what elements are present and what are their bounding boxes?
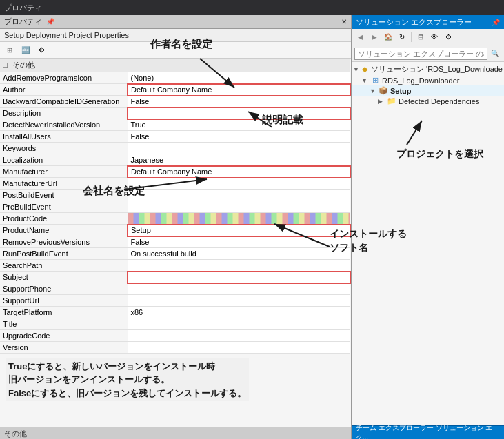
prop-name: Version [3,343,28,351]
refresh-btn[interactable]: ↻ [396,31,408,43]
search-btn[interactable]: 🔍 [489,48,501,60]
tree-item-project[interactable]: ▼ ⊞ RDS_Log_Downloader [352,75,504,85]
prop-row-title[interactable]: Title [0,318,350,330]
solution-explorer-panel: ソリューション エクスプローラー 📌 ◀ ▶ 🏠 ↻ ⊟ 👁 ⚙ [352,15,504,439]
prop-row-prebuildevent[interactable]: PreBuildEvent [0,201,350,213]
properties-title-label: プロパティ [4,17,42,27]
prop-name: SearchPath [3,261,42,269]
prop-row-runpostbuild[interactable]: RunPostBuildEvent On successful build [0,248,350,260]
prop-name: RemovePreviousVersions [3,238,90,246]
project-icon: ⊞ [370,76,381,85]
solution-label: ソリューション 'RDS_Log_Downloade [371,64,503,74]
prop-name: ProductName [3,226,49,234]
tree-item-solution[interactable]: ▼ ◆ ソリューション 'RDS_Log_Downloade [352,63,504,75]
solution-search-input[interactable] [354,48,487,60]
prop-name: BackwardCompatibleIDGeneration [3,97,119,105]
category-view-btn[interactable]: ⊞ [3,44,17,57]
detected-deps-label: Detected Dependencies [399,97,479,105]
prop-row-postbuildevent[interactable]: PostBuildEvent [0,190,350,201]
prop-row-author[interactable]: Author Default Company Name [0,84,350,96]
prop-value: False [131,97,150,105]
expand-icon: ▶ [378,98,386,105]
prop-name: InstallAllUsers [3,132,51,141]
prop-name: Manufacturer [3,167,48,176]
pin-icon-right[interactable]: 📌 [492,19,500,26]
expand-icon: ▼ [370,88,378,94]
show-all-btn[interactable]: 👁 [428,31,441,43]
tree-item-detected-deps[interactable]: ▶ 📁 Detected Dependencies [352,96,504,106]
prop-name: PostBuildEvent [3,191,54,199]
prop-name: Keywords [3,144,36,152]
expand-icon: □ [3,61,8,69]
prop-name: RunPostBuildEvent [3,249,68,258]
properties-toolbar: ⊞ 🔤 ⚙ [0,42,351,59]
settings-btn[interactable]: ⚙ [34,44,48,57]
close-btn[interactable]: ✕ [341,18,347,25]
expand-icon: ▼ [361,77,370,84]
prop-row-supporturl[interactable]: SupportUrl [0,295,350,307]
prop-name: ManufacturerUrl [3,179,57,187]
solution-explorer-toolbar: ◀ ▶ 🏠 ↻ ⊟ 👁 ⚙ [352,29,504,45]
prop-value-author: Default Company Name [131,85,212,94]
prop-value-productname: Setup [131,226,151,234]
prop-row-searchpath[interactable]: SearchPath [0,260,350,272]
prop-row-installallusers[interactable]: InstallAllUsers False [0,131,350,143]
prop-name: Author [3,85,25,94]
bottom-tabs-label: チーム エクスプローラー ソリューション エク... [356,423,500,440]
nav-forward-btn[interactable]: ▶ [368,31,381,43]
prop-value: (None) [131,74,154,82]
prop-row-keywords[interactable]: Keywords [0,143,350,154]
top-bar: プロパティ [0,0,504,15]
properties-title-bar: プロパティ 📌 ✕ [0,15,351,29]
prop-name: DetectNewerInstalledVersion [3,121,100,129]
prop-name: SupportUrl [3,296,39,305]
prop-row-targetplatform[interactable]: TargetPlatform x86 [0,307,350,318]
tree-item-setup[interactable]: ▼ 📦 Setup [352,85,504,96]
prop-name: Title [3,320,17,328]
prop-value: x86 [131,308,143,316]
prop-row-addremovelicon[interactable]: AddRemoveProgramsIcon (None) [0,72,350,84]
solution-explorer-title: ソリューション エクスプローラー [356,17,472,28]
prop-name: SupportPhone [3,285,51,293]
prop-value: False [131,132,150,141]
prop-row-detectnewer[interactable]: DetectNewerInstalledVersion True [0,119,350,131]
section-header-row: □ その他 [0,59,350,72]
properties-panel: プロパティ 📌 ✕ Setup Deployment Project Prope… [0,15,352,439]
prop-row-removeprevious[interactable]: RemovePreviousVersions False [0,236,350,248]
prop-value-manufacturer: Default Company Name [131,167,212,176]
prop-value: On successful build [131,249,196,258]
prop-row-version[interactable]: Version [0,342,350,354]
prop-name: AddRemoveProgramsIcon [3,74,92,82]
nav-back-btn[interactable]: ◀ [354,31,367,43]
prop-row-backwardcompat[interactable]: BackwardCompatibleIDGeneration False [0,96,350,108]
prop-name: ProductCode [3,214,47,223]
prop-row-supportphone[interactable]: SupportPhone [0,283,350,295]
prop-row-upgradecode[interactable]: UpgradeCode [0,330,350,342]
solution-tree: ▼ ◆ ソリューション 'RDS_Log_Downloade ▼ ⊞ RDS_L… [352,62,504,425]
prop-row-subject[interactable]: Subject [0,272,350,283]
properties-header-text: Setup Deployment Project Properties [4,31,129,39]
prop-value: Japanese [131,156,164,164]
prop-name: UpgradeCode [3,331,50,340]
prop-row-productcode[interactable]: ProductCode [0,213,350,225]
solution-explorer-title-bar: ソリューション エクスプローラー 📌 [352,15,504,29]
filter-btn[interactable]: ⚙ [442,31,454,43]
pin-icon[interactable]: 📌 [46,18,54,25]
prop-name: Localization [3,156,43,164]
prop-row-manufacturerurl[interactable]: ManufacturerUrl [0,178,350,190]
setup-icon: 📦 [378,86,389,95]
alpha-sort-btn[interactable]: 🔤 [19,44,32,57]
collapse-btn[interactable]: ⊟ [414,31,427,43]
solution-explorer-bottom-bar: チーム エクスプローラー ソリューション エク... [352,425,504,439]
app-title: プロパティ [4,3,42,13]
prop-row-productname[interactable]: ProductName Setup [0,225,350,236]
properties-list: □ その他 AddRemoveProgramsIcon (None) [0,59,351,427]
bottom-label: その他 [4,429,27,438]
expand-icon: ▼ [353,66,360,73]
properties-bottom-bar: その他 [0,427,351,439]
prop-row-description[interactable]: Description [0,108,350,119]
prop-row-manufacturer[interactable]: Manufacturer Default Company Name [0,166,350,178]
home-btn[interactable]: 🏠 [382,31,394,43]
prop-value: True [131,121,146,129]
prop-row-localization[interactable]: Localization Japanese [0,154,350,166]
